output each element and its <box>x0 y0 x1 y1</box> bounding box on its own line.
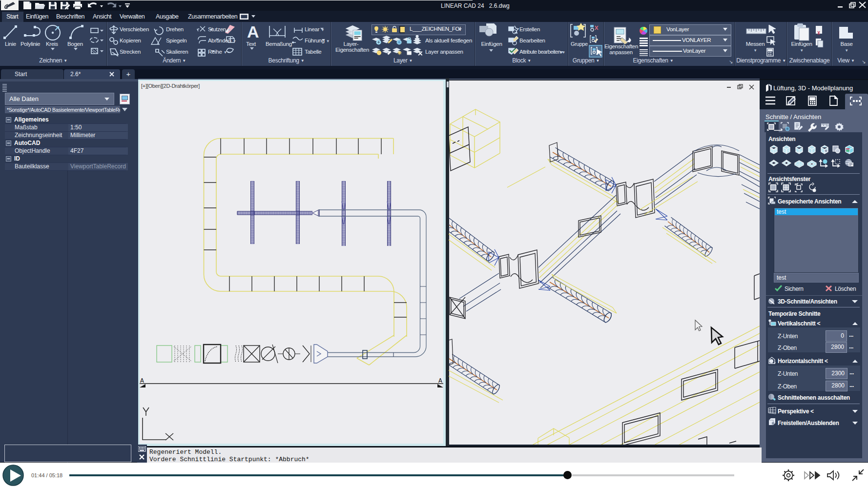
svg-text:A: A <box>438 377 442 385</box>
svg-text:A: A <box>140 377 144 385</box>
svg-text:A: A <box>247 22 259 41</box>
